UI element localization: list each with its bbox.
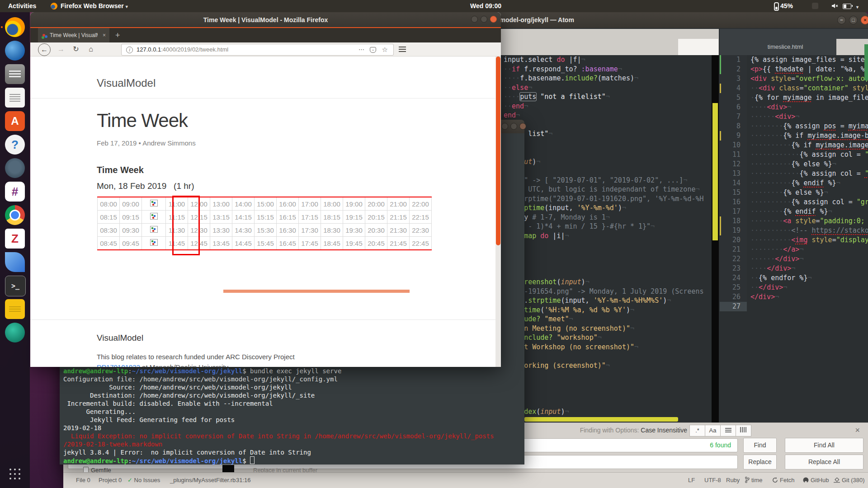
atom-close-button[interactable]: × <box>861 16 868 24</box>
bookmark-star-icon[interactable]: ☆ <box>382 46 388 54</box>
globe-app-icon[interactable] <box>5 323 25 343</box>
pocket-icon[interactable]: ⌄ <box>370 47 376 53</box>
app-grid-icon[interactable] <box>5 460 25 479</box>
firefox-icon[interactable] <box>5 17 25 37</box>
menu-hamburger-icon[interactable] <box>399 49 406 50</box>
help-icon[interactable]: ? <box>5 135 25 155</box>
system-menu-caret-icon[interactable]: ▾ <box>856 3 859 11</box>
time-cell: 14:45 <box>232 237 255 250</box>
home-button[interactable]: ⌂ <box>85 43 97 55</box>
header-divider <box>30 98 495 99</box>
status-file-path[interactable]: _plugins/MyAssetFilter.rb <box>170 477 236 483</box>
status-line-ending[interactable]: LF <box>688 477 695 483</box>
terminal-close-button[interactable] <box>519 123 526 130</box>
zotero-icon[interactable]: Z <box>5 229 25 249</box>
forward-button[interactable]: → <box>55 43 67 55</box>
table-row: 08:4509:4511:4512:4513:4514:4515:4516:45… <box>98 237 432 250</box>
chromium-icon[interactable] <box>5 205 25 225</box>
tab-close-icon[interactable]: × <box>103 28 106 42</box>
volume-muted-icon[interactable] <box>831 2 838 12</box>
thunderbird-icon[interactable] <box>5 41 25 61</box>
editor-timeslice[interactable]: 1{% assign image_files = site.sta2<p>{{ … <box>720 55 868 422</box>
battery-icon <box>843 4 851 9</box>
url-bar[interactable]: i 127.0.0.1:4000/2019/02/tweek.html ⋯ ⌄ … <box>121 44 394 56</box>
broken-image-icon <box>150 226 158 233</box>
tab-timeslice-html[interactable]: timeslice.html <box>738 39 833 55</box>
atom-maximize-button[interactable]: □ <box>849 16 858 24</box>
firefox-active-tab[interactable]: Time Week | VisualMode × <box>38 28 109 42</box>
xournal-icon[interactable] <box>5 299 25 319</box>
page-actions-icon[interactable]: ⋯ <box>359 46 364 53</box>
status-fetch[interactable]: Fetch <box>772 477 795 483</box>
status-file-count[interactable]: File 0 <box>76 477 90 483</box>
firefox-maximize-button[interactable] <box>481 16 487 23</box>
github-icon <box>803 477 809 483</box>
replace-button[interactable]: Replace <box>743 455 777 469</box>
status-git-branch[interactable]: time <box>745 477 763 483</box>
case-toggle-button[interactable]: Aa <box>705 425 721 436</box>
new-tab-button[interactable]: + <box>115 30 120 41</box>
line-number: 15 <box>720 188 747 197</box>
tab-strip-end <box>836 39 868 55</box>
code-line: ssume UTC, but logic is independant of t… <box>504 185 699 194</box>
whole-word-toggle-button[interactable] <box>736 425 751 436</box>
site-title-link[interactable]: VisualModel <box>97 77 156 89</box>
broken-image-cell <box>142 211 166 224</box>
atom-minimize-button[interactable]: − <box>837 16 846 24</box>
status-project-count[interactable]: Project 0 <box>99 477 122 483</box>
site-info-icon[interactable]: i <box>126 47 133 53</box>
regex-toggle-button[interactable]: .* <box>689 425 705 436</box>
firefox-minimize-button[interactable] <box>471 16 478 23</box>
code-line: <p>{{ thedate | date: "%a, %d %b <box>750 65 868 74</box>
find-button[interactable]: Find <box>743 438 777 453</box>
time-cell: 16:00 <box>277 197 299 211</box>
reload-button[interactable]: ↻ <box>70 43 82 55</box>
back-button[interactable]: ← <box>38 43 51 56</box>
app-menu[interactable]: Firefox Web Browser ▾ <box>61 2 128 11</box>
grant-link[interactable]: DP170101932 <box>97 363 140 367</box>
files-icon[interactable] <box>5 64 25 84</box>
ubuntu-software-icon[interactable]: A <box>5 111 25 131</box>
terminal-maximize-button[interactable] <box>510 123 517 130</box>
time-cell: 14:15 <box>232 211 255 224</box>
scrollbar-thumb[interactable] <box>496 56 500 245</box>
url-text[interactable]: 127.0.0.1:4000/2019/02/tweek.html <box>137 46 228 53</box>
scrollbar-thumb[interactable] <box>712 103 718 240</box>
editor-horizontal-scrollbar[interactable] <box>524 417 678 422</box>
settings-icon[interactable] <box>5 158 25 178</box>
feather-app-icon[interactable] <box>5 252 25 272</box>
find-all-button[interactable]: Find All <box>785 438 863 453</box>
status-encoding[interactable]: UTF-8 <box>704 477 721 483</box>
table-row: 08:3009:3011:3012:3013:3014:3015:3016:30… <box>98 224 432 237</box>
tray-icon[interactable] <box>812 3 818 9</box>
branch-icon <box>745 477 750 483</box>
editor-vertical-scrollbar[interactable] <box>712 55 719 422</box>
firefox-close-button[interactable] <box>490 16 497 23</box>
status-grammar[interactable]: Ruby <box>726 477 740 483</box>
code-line: ······<div>¬ <box>750 112 799 122</box>
clock[interactable]: Wed 09:00 <box>470 2 501 10</box>
slack-icon[interactable]: # <box>5 182 25 202</box>
status-git-diff[interactable]: Git (380) <box>834 477 865 483</box>
time-cell: 09:00 <box>120 197 142 211</box>
text-editor-icon[interactable] <box>5 88 25 108</box>
line-number: 22 <box>720 254 747 264</box>
page-scrollbar[interactable] <box>495 56 501 367</box>
replace-all-button[interactable]: Replace All <box>785 455 863 469</box>
status-github[interactable]: GitHub <box>803 477 829 483</box>
status-cursor-position[interactable]: 31:16 <box>236 477 251 483</box>
find-panel-close-icon[interactable]: × <box>855 426 860 435</box>
time-cell: 17:00 <box>299 197 321 211</box>
time-cell: 13:00 <box>210 197 232 211</box>
line-number: 17 <box>720 207 747 216</box>
activities-button[interactable]: Activities <box>8 2 36 10</box>
time-cell: 17:45 <box>299 237 321 250</box>
terminal-icon[interactable]: >_ <box>5 276 26 296</box>
status-lint-issues[interactable]: ✓ No Issues <box>127 477 160 483</box>
firefox-titlebar[interactable]: Time Week | VisualModel - Mozilla Firefo… <box>30 12 501 28</box>
terminal-cursor <box>250 456 255 464</box>
table-row: 08:0009:0011:0012:0013:0014:0015:0016:00… <box>98 197 432 211</box>
selection-toggle-button[interactable] <box>720 425 736 436</box>
terminal-minimize-button[interactable] <box>501 123 508 130</box>
editor-myassetfilter[interactable]: input.select do |f|¬··if f.respond_to? :… <box>500 55 711 422</box>
